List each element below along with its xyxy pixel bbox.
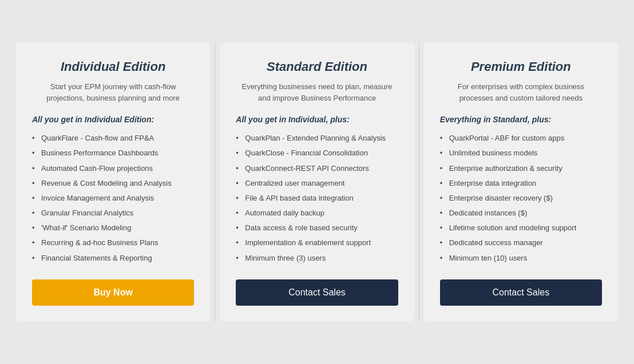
card-subtitle-premium: For enterprises with complex business pr… [440, 81, 602, 103]
list-item: Automated Cash-Flow projections [32, 161, 194, 176]
feature-list-individual: QuarkFlare - Cash-flow and FP&ABusiness … [32, 131, 194, 266]
list-item: Enterprise authorization & security [440, 161, 602, 176]
card-title-premium: Premium Edition [440, 59, 602, 74]
section-label-standard: All you get in Individual, plus: [236, 115, 398, 124]
list-item: Unlimited business models [440, 146, 602, 161]
list-item: Minimum three (3) users [236, 251, 398, 266]
list-item: Data access & role based security [236, 221, 398, 235]
card-title-individual: Individual Edition [32, 59, 194, 74]
pricing-card-standard: Standard EditionEverything businesses ne… [220, 42, 414, 322]
list-item: QuarkConnect-REST API Connectors [236, 161, 398, 176]
list-item: Dedicated success manager [440, 235, 602, 250]
pricing-card-premium: Premium EditionFor enterprises with comp… [424, 42, 618, 322]
list-item: Dedicated instances ($) [440, 206, 602, 221]
section-label-premium: Everything in Standard, plus: [440, 115, 602, 124]
list-item: Recurring & ad-hoc Business Plans [32, 235, 194, 250]
list-item: Centralized user management [236, 176, 398, 191]
contact-button-premium[interactable]: Contact Sales [440, 279, 602, 306]
list-item: File & API based data integration [236, 191, 398, 206]
buy-button-individual[interactable]: Buy Now [32, 279, 194, 306]
section-label-individual: All you get in Individual Edition: [32, 115, 194, 124]
list-item: Granular Financial Analytics [32, 206, 194, 221]
card-title-standard: Standard Edition [236, 59, 398, 74]
list-item: QuarkClose - Financial Consolidation [236, 146, 398, 161]
list-item: Business Performance Dashboards [32, 146, 194, 161]
list-item: QuarkFlare - Cash-flow and FP&A [32, 131, 194, 146]
pricing-card-individual: Individual EditionStart your EPM journey… [16, 42, 210, 322]
list-item: Invoice Management and Analysis [32, 191, 194, 206]
list-item: Implementation & enablement support [236, 235, 398, 250]
list-item: Automated daily backup [236, 206, 398, 221]
list-item: Enterprise disaster recovery ($) [440, 191, 602, 206]
list-item: Lifetime solution and modeling support [440, 221, 602, 235]
feature-list-premium: QuarkPortal - ABF for custom appsUnlimit… [440, 131, 602, 266]
feature-list-standard: QuarkPlan - Extended Planning & Analysis… [236, 131, 398, 266]
list-item: Revenue & Cost Modeling and Analysis [32, 176, 194, 191]
list-item: Enterprise data integration [440, 176, 602, 191]
list-item: QuarkPlan - Extended Planning & Analysis [236, 131, 398, 146]
contact-button-standard[interactable]: Contact Sales [236, 279, 398, 306]
pricing-container: Individual EditionStart your EPM journey… [11, 42, 623, 322]
list-item: 'What-if' Scenario Modeling [32, 221, 194, 235]
list-item: Minimum ten (10) users [440, 251, 602, 266]
card-subtitle-individual: Start your EPM journey with cash-flow pr… [32, 81, 194, 103]
card-divider [419, 42, 419, 322]
list-item: Financial Statements & Reporting [32, 251, 194, 266]
card-divider [215, 42, 215, 322]
list-item: QuarkPortal - ABF for custom apps [440, 131, 602, 146]
card-subtitle-standard: Everything businesses need to plan, meas… [236, 81, 398, 103]
